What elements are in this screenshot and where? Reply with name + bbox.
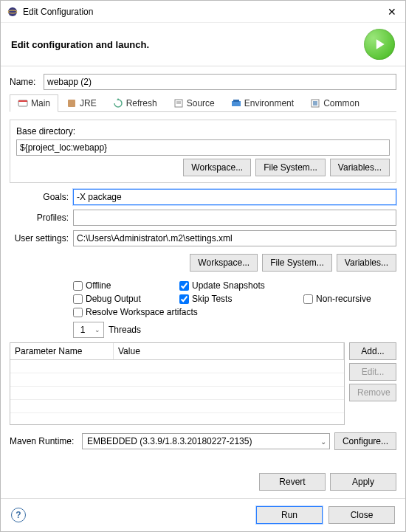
goals-input[interactable] [73, 189, 396, 205]
chevron-down-icon[interactable]: ⌄ [92, 326, 103, 334]
common-tab-icon [310, 98, 320, 108]
update-snapshots-checkbox[interactable]: Update Snapshots [179, 280, 290, 291]
run-button[interactable]: Run [256, 506, 323, 524]
name-label: Name: [10, 77, 39, 87]
tab-source[interactable]: Source [165, 94, 223, 111]
base-dir-label: Base directory: [16, 126, 390, 137]
parameters-table: Parameter Name Value [10, 342, 345, 425]
close-icon[interactable]: ✕ [383, 6, 401, 18]
window-title: Edit Configuration [23, 7, 383, 17]
debug-output-checkbox[interactable]: Debug Output [73, 294, 166, 304]
workspace-button[interactable]: Workspace... [183, 159, 251, 176]
svg-rect-5 [68, 100, 75, 107]
svg-marker-2 [376, 39, 385, 49]
col-param-value[interactable]: Value [114, 343, 344, 359]
svg-rect-4 [18, 100, 27, 102]
name-input[interactable] [44, 74, 396, 90]
threads-label: Threads [109, 325, 141, 335]
source-tab-icon [173, 98, 184, 108]
edit-button: Edit... [349, 363, 396, 381]
filesystem-button[interactable]: File System... [255, 159, 326, 176]
variables-button-2[interactable]: Variables... [337, 254, 396, 272]
apply-button[interactable]: Apply [330, 473, 396, 491]
main-tab-icon [18, 98, 28, 108]
tab-environment[interactable]: Environment [223, 94, 302, 111]
chevron-down-icon: ⌄ [320, 438, 326, 446]
svg-rect-10 [232, 101, 241, 106]
usersettings-label: User settings: [10, 233, 69, 243]
svg-rect-11 [233, 100, 239, 102]
header-subtitle: Edit configuration and launch. [11, 39, 364, 50]
resolve-ws-checkbox[interactable]: Resolve Workspace artifacts [73, 307, 396, 317]
close-button[interactable]: Close [328, 506, 395, 524]
threads-spinner[interactable]: ⌄ [73, 322, 104, 338]
col-param-name[interactable]: Parameter Name [10, 343, 114, 359]
runtime-label: Maven Runtime: [10, 436, 78, 446]
skip-tests-checkbox[interactable]: Skip Tests [179, 294, 290, 304]
tab-main[interactable]: Main [10, 94, 58, 112]
variables-button[interactable]: Variables... [330, 159, 390, 176]
eclipse-icon [7, 6, 18, 18]
refresh-tab-icon [113, 98, 123, 108]
add-button[interactable]: Add... [349, 342, 396, 360]
configure-button[interactable]: Configure... [334, 432, 396, 450]
run-hero-icon [364, 29, 395, 60]
usersettings-input[interactable] [73, 230, 396, 246]
offline-checkbox[interactable]: Offline [73, 280, 166, 291]
base-dir-group: Base directory: Workspace... File System… [10, 120, 396, 183]
tab-common[interactable]: Common [302, 94, 368, 111]
goals-label: Goals: [10, 192, 69, 202]
base-dir-input[interactable] [16, 139, 390, 156]
svg-point-0 [8, 7, 17, 16]
help-icon[interactable]: ? [11, 508, 26, 522]
tab-jre[interactable]: JRE [58, 94, 105, 111]
env-tab-icon [231, 98, 241, 108]
tab-refresh[interactable]: Refresh [105, 94, 165, 111]
workspace-button-2[interactable]: Workspace... [190, 254, 258, 272]
runtime-select[interactable]: EMBEDDED (3.3.9/1.8.3.20180227-2135) ⌄ [82, 433, 330, 449]
profiles-label: Profiles: [10, 213, 69, 223]
parameters-body[interactable] [10, 360, 344, 424]
profiles-input[interactable] [73, 210, 396, 226]
filesystem-button-2[interactable]: File System... [262, 254, 332, 272]
jre-tab-icon [66, 98, 77, 108]
svg-rect-13 [313, 101, 317, 106]
tabs: Main JRE Refresh Source Environment Comm… [10, 94, 396, 112]
remove-button: Remove [349, 384, 396, 401]
revert-button[interactable]: Revert [259, 473, 326, 491]
non-recursive-checkbox[interactable]: Non-recursive [303, 294, 396, 304]
